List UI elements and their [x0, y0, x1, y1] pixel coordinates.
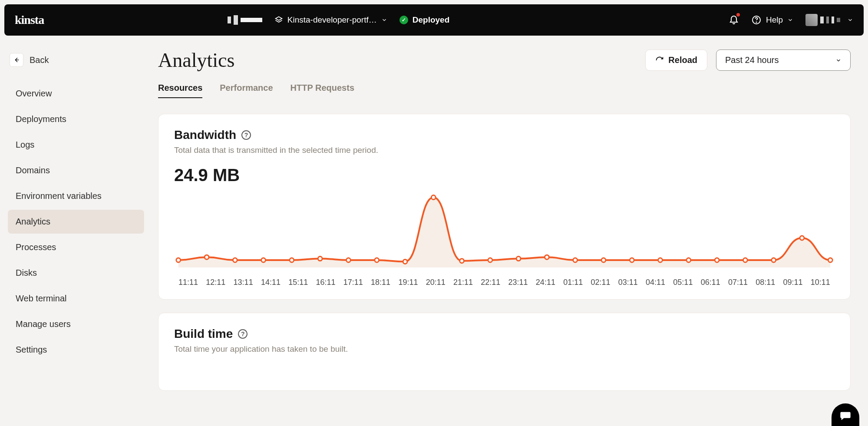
- notifications-button[interactable]: [729, 14, 739, 26]
- chevron-down-icon: [835, 57, 842, 63]
- buildtime-card: Build time ? Total time your application…: [158, 313, 851, 391]
- logo: kinsta: [15, 13, 44, 27]
- x-tick: 17:11: [343, 278, 363, 287]
- x-tick: 13:11: [234, 278, 253, 287]
- x-tick: 04:11: [646, 278, 665, 287]
- time-range-value: Past 24 hours: [725, 55, 779, 65]
- status-label: Deployed: [413, 15, 450, 25]
- time-range-select[interactable]: Past 24 hours: [716, 50, 851, 71]
- bandwidth-x-axis: 11:1112:1113:1114:1115:1116:1117:1118:11…: [174, 272, 835, 287]
- x-tick: 06:11: [701, 278, 720, 287]
- tab-resources[interactable]: Resources: [158, 83, 202, 98]
- sidebar-item-disks[interactable]: Disks: [8, 261, 144, 285]
- sidebar-item-environment-variables[interactable]: Environment variables: [8, 184, 144, 208]
- back-button[interactable]: [10, 53, 23, 67]
- svg-point-3: [205, 255, 209, 259]
- sidebar-item-domains[interactable]: Domains: [8, 159, 144, 182]
- x-tick: 18:11: [371, 278, 390, 287]
- svg-point-8: [347, 258, 351, 262]
- x-tick: 11:11: [178, 278, 198, 287]
- svg-point-13: [488, 258, 492, 262]
- bandwidth-subtitle: Total data that is transmitted in the se…: [174, 145, 835, 155]
- bandwidth-value: 24.9 MB: [174, 165, 835, 185]
- svg-point-21: [715, 258, 719, 262]
- x-tick: 23:11: [508, 278, 528, 287]
- check-icon: [399, 16, 408, 24]
- x-tick: 10:11: [811, 278, 830, 287]
- svg-point-23: [772, 258, 776, 262]
- main-content: Analytics Reload Past 24 hours: [153, 43, 864, 422]
- svg-point-16: [573, 258, 578, 262]
- back-label: Back: [30, 55, 49, 65]
- svg-point-9: [375, 258, 379, 262]
- x-tick: 03:11: [618, 278, 638, 287]
- x-tick: 08:11: [756, 278, 775, 287]
- chat-icon: [839, 409, 851, 422]
- x-tick: 02:11: [591, 278, 610, 287]
- svg-point-20: [686, 258, 691, 262]
- sidebar-item-overview[interactable]: Overview: [8, 82, 144, 106]
- x-tick: 14:11: [261, 278, 281, 287]
- chevron-down-icon: [787, 17, 793, 23]
- sidebar-item-web-terminal[interactable]: Web terminal: [8, 287, 144, 310]
- x-tick: 05:11: [673, 278, 693, 287]
- svg-point-17: [601, 258, 606, 262]
- chevron-down-icon: [381, 17, 387, 23]
- x-tick: 20:11: [426, 278, 446, 287]
- sidebar-item-logs[interactable]: Logs: [8, 133, 144, 157]
- tab-performance[interactable]: Performance: [220, 83, 273, 98]
- tabs: Resources Performance HTTP Requests: [158, 83, 851, 98]
- tab-http-requests[interactable]: HTTP Requests: [290, 83, 354, 98]
- deploy-status: Deployed: [399, 15, 450, 25]
- x-tick: 19:11: [398, 278, 418, 287]
- x-tick: 15:11: [288, 278, 308, 287]
- reload-icon: [655, 56, 664, 65]
- svg-point-2: [176, 258, 181, 262]
- svg-point-15: [545, 255, 549, 259]
- chevron-down-icon: [847, 17, 853, 23]
- x-tick: 21:11: [453, 278, 473, 287]
- info-icon[interactable]: ?: [238, 329, 248, 339]
- x-tick: 09:11: [783, 278, 803, 287]
- stack-icon: [274, 16, 283, 24]
- svg-point-24: [800, 236, 804, 240]
- sidebar-item-analytics[interactable]: Analytics: [8, 210, 144, 234]
- sidebar-item-manage-users[interactable]: Manage users: [8, 312, 144, 336]
- buildtime-title: Build time: [174, 327, 233, 341]
- blurred-company-switcher[interactable]: [228, 15, 262, 25]
- svg-point-25: [828, 258, 832, 262]
- svg-point-14: [516, 257, 521, 261]
- svg-point-7: [318, 257, 322, 261]
- project-name: Kinsta-developer-portf…: [287, 15, 377, 25]
- notification-dot: [736, 13, 740, 17]
- info-icon[interactable]: ?: [241, 130, 251, 140]
- help-icon: [751, 15, 762, 25]
- reload-button[interactable]: Reload: [645, 50, 707, 71]
- sidebar: Back Overview Deployments Logs Domains E…: [4, 43, 148, 422]
- project-selector[interactable]: Kinsta-developer-portf…: [274, 15, 387, 25]
- buildtime-subtitle: Total time your application has taken to…: [174, 344, 835, 354]
- svg-point-11: [431, 195, 436, 200]
- svg-point-4: [233, 258, 237, 262]
- bandwidth-title: Bandwidth: [174, 128, 236, 142]
- x-tick: 22:11: [481, 278, 500, 287]
- bandwidth-chart: [174, 189, 835, 272]
- svg-point-12: [460, 259, 464, 263]
- x-tick: 24:11: [536, 278, 555, 287]
- user-menu[interactable]: [805, 14, 853, 26]
- help-menu[interactable]: Help: [751, 15, 793, 25]
- reload-label: Reload: [668, 55, 697, 65]
- arrow-left-icon: [13, 56, 20, 63]
- svg-point-19: [658, 258, 663, 262]
- svg-point-5: [261, 258, 266, 262]
- page-title: Analytics: [158, 49, 234, 72]
- sidebar-item-settings[interactable]: Settings: [8, 338, 144, 362]
- x-tick: 01:11: [563, 278, 583, 287]
- svg-point-10: [403, 259, 407, 264]
- bandwidth-card: Bandwidth ? Total data that is transmitt…: [158, 114, 851, 300]
- topbar: kinsta Kinsta-developer-portf… Deployed: [4, 4, 864, 36]
- help-label: Help: [766, 15, 783, 25]
- sidebar-item-processes[interactable]: Processes: [8, 235, 144, 259]
- sidebar-nav: Overview Deployments Logs Domains Enviro…: [4, 82, 148, 362]
- sidebar-item-deployments[interactable]: Deployments: [8, 107, 144, 131]
